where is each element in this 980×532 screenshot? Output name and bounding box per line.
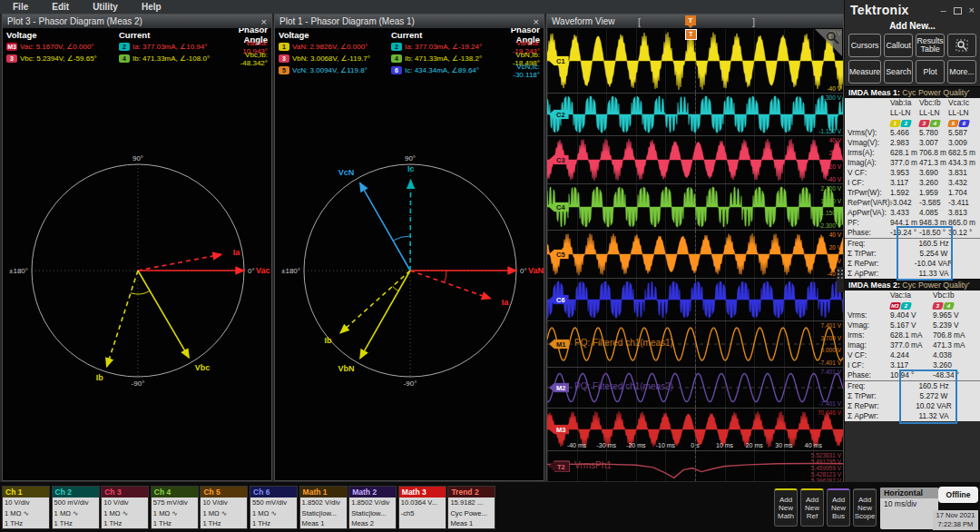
menu-item-edit[interactable]: Edit	[52, 2, 69, 12]
waveform-row-m3[interactable]: M370.046 V-40 ms-30 ms-20 ms-10 ms0 s10 …	[547, 409, 843, 451]
plot1-table-rows: 1VaN: 2.9826V, ∠0.000°2Ia: 377.03mA, ∠-1…	[275, 41, 544, 76]
badge-ch-6[interactable]: Ch 6550 mV/div1 MΩ ∿1 THz	[250, 486, 298, 529]
meas-badges-row: 123456	[845, 118, 980, 128]
restore-button[interactable]	[954, 2, 962, 18]
waveform-view-header[interactable]: Waveform View [ T ]	[547, 15, 843, 28]
source-badge: 2	[119, 43, 130, 51]
waveform-row-m2[interactable]: M2PQ: Filtered ch1(meas2)7.401 V-7.401 V	[547, 368, 843, 409]
badge-ch-2[interactable]: Ch 2500 mV/div1 MΩ ∿1 THz	[52, 486, 100, 529]
meas-value: 5.780	[919, 128, 948, 138]
waveform-row-c4[interactable]: C42.300 V1.150 V-1.150 V-2.300 V	[547, 184, 843, 231]
summary-label: Σ RePwr:	[848, 401, 879, 411]
zoom-overlay-button[interactable]	[947, 34, 976, 57]
badge-line: 500 mV/div	[54, 498, 97, 508]
meas-row-label: V CF:	[845, 350, 890, 360]
waveform-row-m1[interactable]: M1PQ: Filtered ch1(meas1)7.401 V3.700 V0…	[547, 321, 843, 368]
add-new-scope-button[interactable]: Add New Scope	[853, 488, 877, 527]
zoom-corner-icon[interactable]	[815, 29, 842, 56]
voltage-value: VcN: 3.0094V, ∠119.8°	[292, 66, 368, 74]
meas-value: 3.690	[919, 168, 948, 178]
meas-row-label: Phase:	[845, 228, 890, 238]
menu-item-file[interactable]: File	[13, 2, 28, 12]
callout-button[interactable]: Callout	[884, 34, 913, 57]
sub-header: LL-LN	[890, 108, 919, 118]
waveform-row-c3[interactable]: C340 V20 V-20 V-40 V	[547, 136, 843, 184]
meas-value: 5.167 V	[890, 320, 933, 330]
meas-row: Vrms(V):5.4665.7805.587	[845, 128, 980, 138]
tektronix-logo: Tektronix	[850, 3, 933, 17]
meas-row: ApPwr(VA):3.4334.0853.813	[845, 208, 980, 218]
sidebar-button-grid: CursorsCalloutResults TableMeasureSearch…	[845, 33, 980, 89]
meas-value: -3.411	[948, 198, 977, 208]
badge-ch-4[interactable]: Ch 4575 mV/div1 MΩ ∿1 THz	[151, 486, 199, 529]
menu-item-utility[interactable]: Utility	[93, 2, 118, 12]
scale-label: 20 V	[829, 244, 841, 251]
col-header: Vbc:Ib	[919, 98, 948, 108]
scale-label: 2.300 V	[821, 94, 841, 101]
badge-ch-5[interactable]: Ch 510 V/div1 MΩ ∿1 THz	[200, 486, 248, 529]
plot3-header[interactable]: Plot 3 - Phasor Diagram (Meas 2) ×	[3, 15, 271, 28]
waveform-traces[interactable]: C1-20 V-40 VTC22.300 V-1.150 VC340 V20 V…	[547, 29, 843, 482]
source-badge: 4	[391, 54, 402, 63]
scale-label: -20 V	[827, 163, 841, 170]
add-new-bus-button[interactable]: Add New Bus	[827, 488, 850, 527]
minimize-button[interactable]: –	[940, 5, 946, 15]
add-new-ref-button[interactable]: Add New Ref	[800, 488, 824, 527]
horizontal-title: Horizontal	[880, 488, 938, 498]
badge-title: Ch 1	[3, 487, 49, 498]
voltage-value: VbN: 3.0068V, ∠-119.7°	[292, 54, 370, 63]
waveform-row-c2[interactable]: C22.300 V-1.150 V	[547, 94, 843, 136]
results-table-button[interactable]: Results Table	[916, 34, 945, 57]
search-button[interactable]: Search	[884, 60, 913, 84]
zoom-bracket-left[interactable]: [	[638, 16, 641, 27]
badge-trend-2[interactable]: Trend 215.9182 ...Cyc Powe...Meas 1	[447, 486, 495, 529]
trigger-position-icon[interactable]: T	[685, 15, 696, 25]
date-label: 17 Nov 2021	[933, 511, 978, 520]
offline-button[interactable]: Offline	[938, 487, 978, 503]
horizontal-panel[interactable]: Horizontal 10 ms/div	[880, 488, 938, 529]
meas-value: 1.704	[948, 188, 977, 198]
scale-label: 3.700 V	[821, 335, 841, 341]
panel-drag-handle[interactable]	[837, 267, 844, 292]
plot1-header[interactable]: Plot 1 - Phasor Diagram (Meas 1) ×	[275, 15, 544, 28]
svg-text:Vac: Vac	[256, 266, 270, 275]
current-value: Ib: 471.33mA, ∠-108.0°	[132, 54, 210, 63]
measure-button[interactable]: Measure	[848, 60, 881, 84]
badge-ch-1[interactable]: Ch 110 V/div1 MΩ ∿1 THz	[2, 486, 50, 529]
more--button[interactable]: More...	[947, 60, 976, 84]
meas-row-label: Vrms:	[845, 310, 890, 320]
badge-line: 1.8502 V/div	[302, 498, 345, 508]
window-close-button[interactable]: ×	[969, 5, 975, 15]
add-new-math-button[interactable]: Add New Math	[774, 488, 798, 527]
waveform-row-c5[interactable]: C540 V20 V-20 V-40 V	[547, 231, 843, 279]
voltage-value: Vac: 5.1670V, ∠0.000°	[20, 43, 94, 51]
badge-math-2[interactable]: Math 21.8502 V/divStatic|low...Meas 2	[348, 486, 397, 529]
plot-button[interactable]: Plot	[916, 60, 945, 84]
source-badge: M3	[889, 302, 901, 310]
scale-label: -1.150 V	[818, 210, 841, 216]
badge-body: 10 V/div1 MΩ ∿1 THz	[3, 498, 49, 528]
svg-text:VcN: VcN	[338, 168, 355, 177]
badge-body: 10 V/div1 MΩ ∿1 THz	[201, 498, 247, 528]
meas-value: 434.3 m	[948, 158, 977, 168]
badge-math-1[interactable]: Math 11.8502 V/divStatic|low...Meas 1	[299, 486, 348, 529]
trigger-level-marker[interactable]: T	[685, 29, 697, 40]
waveform-row-c1[interactable]: C1-20 V-40 VT	[547, 29, 843, 94]
close-icon[interactable]: ×	[534, 16, 539, 27]
meas1-header[interactable]: IMDA Meas 1: Cyc Power Quality'	[845, 86, 980, 98]
badge-math-3[interactable]: Math 310.0364 V...-ch5	[398, 486, 446, 529]
meas-row-label: RePwr(VAR):	[845, 198, 890, 208]
meas-value: 4.085	[919, 208, 948, 218]
badge-ch-3[interactable]: Ch 310 V/div1 MΩ ∿1 THz	[101, 486, 149, 529]
waveform-row-t2[interactable]: T2VrmsPh15.523631 V5.491795 V5.459959 V5…	[547, 451, 843, 482]
zoom-bracket-right[interactable]: ]	[752, 16, 755, 27]
waveform-row-c6[interactable]: C6	[547, 279, 843, 321]
cursors-button[interactable]: Cursors	[848, 34, 881, 57]
badge-line: Meas 1	[302, 518, 345, 528]
close-icon[interactable]: ×	[261, 16, 267, 27]
badge-line: 1 THz	[252, 518, 295, 528]
time-tick-label: 30 ms	[769, 442, 799, 448]
menu-item-help[interactable]: Help	[142, 2, 162, 12]
svg-text:VaN: VaN	[528, 266, 544, 275]
svg-text:±180°: ±180°	[9, 267, 28, 275]
